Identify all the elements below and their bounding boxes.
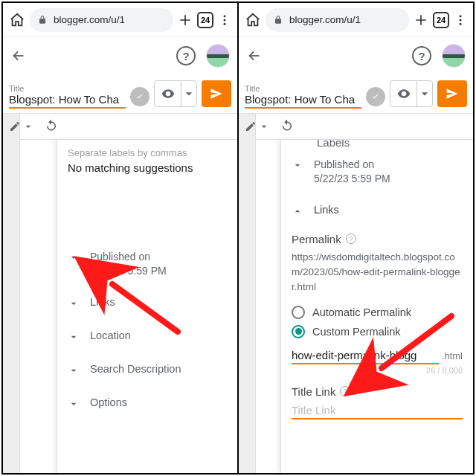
location-row[interactable]: Location xyxy=(68,321,227,354)
back-icon[interactable] xyxy=(10,48,27,64)
chevron-down-icon xyxy=(68,250,81,266)
preview-button[interactable] xyxy=(154,80,197,107)
chevron-down-icon xyxy=(68,363,81,379)
char-counter: 26 / 8,000 xyxy=(292,366,463,375)
lock-icon xyxy=(273,15,283,25)
edit-tool[interactable] xyxy=(245,120,270,132)
svg-point-2 xyxy=(224,22,226,25)
help-icon[interactable]: ? xyxy=(346,234,356,244)
svg-point-5 xyxy=(460,22,462,25)
options-row[interactable]: Options xyxy=(68,387,227,421)
help-icon[interactable]: ? xyxy=(412,46,431,65)
edit-tool[interactable] xyxy=(9,120,34,132)
eye-icon xyxy=(155,81,181,106)
settings-panel: Labels Published on5/22/23 5:59 PM Links… xyxy=(280,140,473,473)
lock-icon xyxy=(37,15,48,25)
url-text: blogger.com/u/1 xyxy=(54,14,125,25)
permalink-label: Permalink? xyxy=(292,233,463,245)
custom-permalink-input[interactable]: how-edit-permalink-blogg xyxy=(292,349,439,364)
title-label: Title xyxy=(245,84,361,93)
home-icon[interactable] xyxy=(245,12,261,28)
chevron-up-icon xyxy=(292,204,305,219)
publish-button[interactable] xyxy=(437,80,467,107)
menu-icon[interactable] xyxy=(454,13,467,27)
radio-icon xyxy=(292,306,305,319)
tab-count[interactable]: 24 xyxy=(433,12,449,28)
links-row[interactable]: Links xyxy=(292,195,463,222)
home-icon[interactable] xyxy=(9,12,25,28)
url-text: blogger.com/u/1 xyxy=(289,14,361,25)
save-status-icon xyxy=(130,87,149,106)
undo-icon[interactable] xyxy=(45,118,58,135)
back-icon[interactable] xyxy=(246,48,263,64)
undo-icon[interactable] xyxy=(280,118,294,135)
title-input[interactable]: Blogspot: How To Cha xyxy=(9,93,126,109)
published-row[interactable]: Published on5/22/23 5:59 PM xyxy=(68,241,227,287)
labels-hint: Separate labels by commas xyxy=(68,147,227,158)
labels-row-partial[interactable]: Labels xyxy=(317,140,463,149)
menu-icon[interactable] xyxy=(218,13,231,27)
eye-icon xyxy=(390,81,417,106)
new-tab-icon[interactable] xyxy=(178,13,193,28)
chevron-down-icon xyxy=(417,81,432,106)
avatar[interactable] xyxy=(206,44,230,68)
preview-button[interactable] xyxy=(390,80,433,107)
tab-count[interactable]: 24 xyxy=(197,12,213,28)
custom-permalink-radio[interactable]: Custom Permalink xyxy=(292,325,463,338)
help-icon[interactable]: ? xyxy=(176,46,196,65)
svg-point-0 xyxy=(224,15,226,17)
address-bar[interactable]: blogger.com/u/1 xyxy=(30,8,173,32)
chevron-down-icon xyxy=(181,81,196,106)
chevron-down-icon xyxy=(68,329,81,345)
address-bar[interactable]: blogger.com/u/1 xyxy=(266,8,409,32)
radio-selected-icon xyxy=(292,325,305,338)
publish-button[interactable] xyxy=(202,80,231,107)
chevron-down-icon xyxy=(68,396,81,412)
avatar[interactable] xyxy=(442,44,466,68)
save-status-icon xyxy=(366,87,385,106)
title-link-input[interactable]: Title Link xyxy=(292,404,463,419)
search-desc-row[interactable]: Search Description xyxy=(68,354,227,387)
published-row[interactable]: Published on5/22/23 5:59 PM xyxy=(292,149,463,195)
new-tab-icon[interactable] xyxy=(414,13,428,28)
auto-permalink-radio[interactable]: Automatic Permalink xyxy=(292,306,463,319)
links-row[interactable]: Links xyxy=(68,287,227,321)
svg-point-1 xyxy=(224,19,226,21)
permalink-ext: .html xyxy=(442,350,463,361)
svg-point-3 xyxy=(460,15,462,17)
svg-point-4 xyxy=(460,19,462,21)
title-link-label: Title Link? xyxy=(292,385,463,398)
title-input[interactable]: Blogspot: How To Cha xyxy=(245,93,361,109)
no-suggestions: No matching suggestions xyxy=(68,161,227,174)
title-label: Title xyxy=(9,84,126,93)
help-icon[interactable]: ? xyxy=(340,386,350,396)
chevron-down-icon xyxy=(68,296,81,312)
permalink-url: https://wisdomdigitaltech.blogspot.com/2… xyxy=(292,250,463,295)
settings-panel: Separate labels by commas No matching su… xyxy=(57,140,237,473)
chevron-down-icon xyxy=(292,158,305,173)
